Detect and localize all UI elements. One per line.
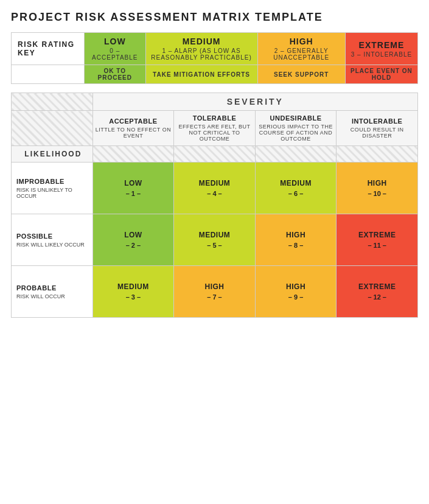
cell-probable-intolerable: EXTREME – 12 –: [337, 266, 418, 318]
improbable-title: IMPROBABLE: [16, 178, 90, 185]
cell-improbable-tolerable: MEDIUM – 4 –: [174, 163, 256, 214]
key-high-action: SEEK SUPPORT: [257, 65, 345, 84]
key-col-high: HIGH 2 – GENERALLY UNACCEPTABLE: [257, 33, 345, 65]
page-title: PROJECT RISK ASSESSMENT MATRIX TEMPLATE: [11, 11, 418, 24]
severity-col-undesirable: UNDESIRABLE SERIOUS IMPACT TO THE COURSE…: [255, 111, 337, 146]
key-extreme-header: EXTREME: [351, 40, 413, 50]
key-low-action: OK TO PROCEED: [85, 65, 146, 84]
likelihood-label-row: LIKELIHOOD: [12, 146, 418, 163]
severity-col-acceptable: ACCEPTABLE LITTLE TO NO EFFECT ON EVENT: [92, 111, 174, 146]
cell-rating-title: HIGH: [258, 231, 334, 239]
probable-sub: RISK WILL OCCUR: [16, 293, 90, 299]
possible-sub: RISK WILL LIKELY OCCUR: [16, 242, 90, 248]
key-action-label-empty: [12, 65, 85, 84]
cell-rating-title: MEDIUM: [176, 179, 253, 187]
likelihood-probable: PROBABLE RISK WILL OCCUR: [12, 266, 93, 318]
cell-rating-title: LOW: [96, 179, 172, 187]
cell-improbable-undesirable: MEDIUM – 6 –: [255, 163, 337, 214]
possible-title: POSSIBLE: [16, 233, 90, 240]
risk-matrix-table: SEVERITY ACCEPTABLE LITTLE TO NO EFFECT …: [11, 93, 418, 318]
matrix-corner-hatched-2: [12, 111, 93, 146]
key-low-sub: 0 – ACCEPTABLE: [89, 47, 141, 61]
table-row: POSSIBLE RISK WILL LIKELY OCCUR LOW – 2 …: [12, 214, 418, 266]
key-medium-action: TAKE MITIGATION EFFORTS: [145, 65, 257, 84]
cell-rating-num: – 1 –: [96, 190, 172, 197]
cell-rating-num: – 10 –: [339, 190, 415, 197]
cell-rating-num: – 12 –: [339, 293, 415, 301]
likelihood-improbable: IMPROBABLE RISK IS UNLIKELY TO OCCUR: [12, 163, 93, 214]
likelihood-label: LIKELIHOOD: [12, 146, 93, 163]
cell-rating-num: – 2 –: [96, 242, 172, 249]
probable-title: PROBABLE: [16, 284, 90, 292]
cell-improbable-intolerable: HIGH – 10 –: [337, 163, 418, 214]
key-medium-header: MEDIUM: [151, 37, 253, 46]
key-high-header: HIGH: [263, 37, 340, 46]
cell-rating-num: – 11 –: [339, 242, 415, 249]
key-action-row: OK TO PROCEED TAKE MITIGATION EFFORTS SE…: [12, 65, 418, 84]
cell-rating-title: MEDIUM: [176, 231, 253, 239]
severity-cols-row: ACCEPTABLE LITTLE TO NO EFFECT ON EVENT …: [12, 111, 418, 146]
cell-rating-title: LOW: [96, 231, 172, 239]
matrix-corner-hatched: [12, 93, 93, 111]
cell-possible-acceptable: LOW – 2 –: [92, 214, 174, 266]
key-col-extreme: EXTREME 3 – INTOLERABLE: [345, 33, 417, 65]
severity-header: SEVERITY: [92, 93, 417, 111]
risk-rating-key-table: RISK RATING KEY LOW 0 – ACCEPTABLE MEDIU…: [11, 32, 418, 84]
severity-undesirable-title: UNDESIRABLE: [258, 114, 334, 122]
cell-rating-title: HIGH: [258, 282, 334, 291]
severity-acceptable-title: ACCEPTABLE: [96, 117, 172, 125]
likelihood-possible: POSSIBLE RISK WILL LIKELY OCCUR: [12, 214, 93, 266]
severity-col-tolerable: TOLERABLE EFFECTS ARE FELT, BUT NOT CRIT…: [174, 111, 256, 146]
cell-improbable-acceptable: LOW – 1 –: [92, 163, 174, 214]
cell-possible-intolerable: EXTREME – 11 –: [337, 214, 418, 266]
cell-rating-num: – 8 –: [258, 242, 334, 249]
likelihood-col-hatched-1: [92, 146, 174, 163]
cell-rating-title: MEDIUM: [96, 282, 172, 291]
cell-rating-title: HIGH: [176, 282, 253, 291]
cell-rating-title: EXTREME: [339, 231, 415, 239]
cell-rating-title: MEDIUM: [258, 179, 334, 187]
cell-probable-tolerable: HIGH – 7 –: [174, 266, 256, 318]
severity-intolerable-sub: COULD RESULT IN DISASTER: [339, 127, 415, 139]
severity-intolerable-title: INTOLERABLE: [339, 117, 415, 125]
cell-rating-num: – 6 –: [258, 190, 334, 197]
table-row: PROBABLE RISK WILL OCCUR MEDIUM – 3 – HI…: [12, 266, 418, 318]
key-medium-sub: 1 – ALARP (as low as reasonably practica…: [151, 47, 253, 61]
likelihood-col-hatched-2: [174, 146, 256, 163]
cell-probable-undesirable: HIGH – 9 –: [255, 266, 337, 318]
key-col-medium: MEDIUM 1 – ALARP (as low as reasonably p…: [145, 33, 257, 65]
severity-undesirable-sub: SERIOUS IMPACT TO THE COURSE OF ACTION A…: [258, 124, 334, 142]
likelihood-col-hatched-3: [255, 146, 337, 163]
cell-rating-num: – 5 –: [176, 242, 253, 249]
cell-rating-num: – 4 –: [176, 190, 253, 197]
cell-rating-title: EXTREME: [339, 282, 415, 291]
severity-acceptable-sub: LITTLE TO NO EFFECT ON EVENT: [96, 127, 172, 139]
likelihood-col-hatched-4: [337, 146, 418, 163]
key-high-sub: 2 – GENERALLY UNACCEPTABLE: [263, 47, 340, 61]
table-row: IMPROBABLE RISK IS UNLIKELY TO OCCUR LOW…: [12, 163, 418, 214]
key-extreme-action: PLACE EVENT ON HOLD: [345, 65, 417, 84]
severity-tolerable-title: TOLERABLE: [176, 114, 253, 122]
severity-tolerable-sub: EFFECTS ARE FELT, BUT NOT CRITICAL TO OU…: [176, 124, 253, 142]
severity-header-row: SEVERITY: [12, 93, 418, 111]
key-header-row: RISK RATING KEY LOW 0 – ACCEPTABLE MEDIU…: [12, 33, 418, 65]
cell-possible-tolerable: MEDIUM – 5 –: [174, 214, 256, 266]
cell-possible-undesirable: HIGH – 8 –: [255, 214, 337, 266]
cell-probable-acceptable: MEDIUM – 3 –: [92, 266, 174, 318]
key-extreme-sub: 3 – INTOLERABLE: [351, 51, 413, 58]
cell-rating-num: – 3 –: [96, 293, 172, 301]
cell-rating-num: – 9 –: [258, 293, 334, 301]
key-label: RISK RATING KEY: [12, 33, 85, 65]
cell-rating-title: HIGH: [339, 179, 415, 187]
improbable-sub: RISK IS UNLIKELY TO OCCUR: [16, 187, 90, 199]
key-col-low: LOW 0 – ACCEPTABLE: [85, 33, 146, 65]
cell-rating-num: – 7 –: [176, 293, 253, 301]
key-low-header: LOW: [89, 37, 141, 46]
severity-col-intolerable: INTOLERABLE COULD RESULT IN DISASTER: [337, 111, 418, 146]
